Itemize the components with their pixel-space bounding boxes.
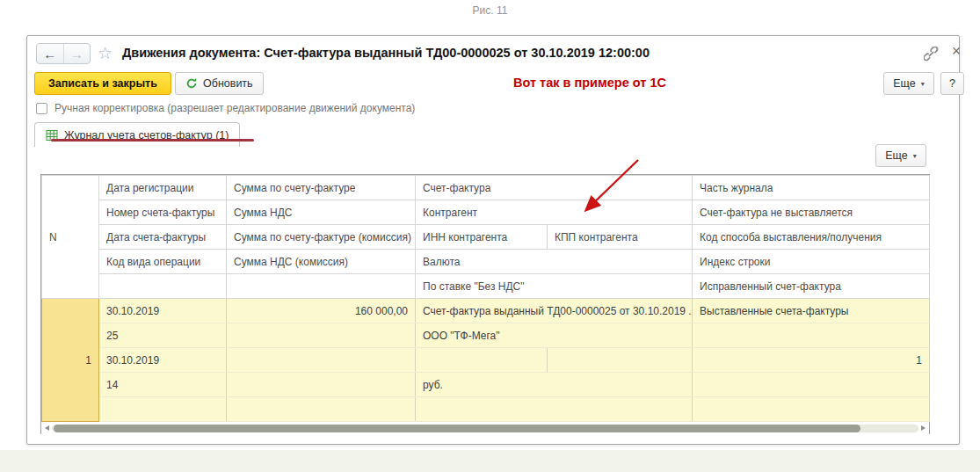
header-row-4: Код вида операции Сумма НДС (комиссия) В… — [42, 250, 930, 274]
header-reg-date: Дата регистрации — [99, 176, 227, 200]
scroll-right-icon[interactable] — [918, 422, 929, 434]
journal-table: N Дата регистрации Сумма по счету-фактур… — [41, 175, 930, 422]
header-operation-code: Код вида операции — [99, 250, 227, 274]
header-empty-1 — [99, 274, 227, 299]
window-title: Движения документа: Счет-фактура выданны… — [122, 46, 650, 60]
scrollbar-track[interactable] — [52, 425, 918, 432]
horizontal-scrollbar[interactable] — [41, 422, 929, 434]
header-kpp: КПП контрагента — [548, 225, 693, 250]
header-invoice-date: Дата счета-фактуры — [99, 225, 227, 250]
history-nav-group: ← → — [36, 43, 91, 64]
document-movements-window: ← → ☆ Движения документа: Счет-фактура в… — [26, 35, 960, 445]
cell-not-issued[interactable] — [693, 323, 930, 348]
cell-invoice-number[interactable]: 25 — [99, 323, 227, 348]
header-journal-part: Часть журнала — [693, 176, 930, 200]
header-commission-sum: Сумма по счету-фактуре (комиссия) — [227, 225, 416, 250]
refresh-icon — [185, 77, 198, 90]
header-currency: Валюта — [416, 250, 693, 274]
close-icon[interactable]: × — [947, 42, 965, 61]
data-row-2[interactable]: 25 ООО "ТФ-Мега" — [42, 323, 930, 348]
header-invoice-number: Номер счета-фактуры — [99, 200, 227, 225]
manual-adjustment-checkbox[interactable] — [36, 103, 47, 114]
back-button[interactable]: ← — [37, 44, 64, 63]
forward-button[interactable]: → — [64, 44, 91, 63]
cell-commission-sum[interactable] — [227, 348, 416, 373]
header-corrected-invoice: Исправленный счет-фактура — [693, 274, 930, 299]
cell-journal-part[interactable]: Выставленные счета-фактуры — [693, 299, 930, 323]
header-inn: ИНН контрагента — [416, 225, 548, 250]
annotation-note: Вот так в примере от 1С — [513, 76, 666, 90]
header-vat-commission: Сумма НДС (комиссия) — [227, 250, 416, 274]
cell-row-index[interactable] — [693, 373, 930, 397]
header-invoice: Счет-фактура — [416, 176, 693, 200]
header-counterparty: Контрагент — [416, 200, 693, 225]
cell-reg-date[interactable]: 30.10.2019 — [99, 299, 227, 323]
header-empty-2 — [227, 274, 416, 299]
header-not-issued: Счет-фактура не выставляется — [693, 200, 930, 225]
more-button-grid[interactable]: Еще▾ — [875, 144, 926, 167]
more-button-top[interactable]: Еще▾ — [883, 72, 934, 95]
header-issue-method-code: Код способа выставления/получения — [693, 225, 930, 250]
header-row-2: Номер счета-фактуры Сумма НДС Контрагент… — [42, 200, 930, 225]
figure-caption: Рис. 11 — [0, 4, 980, 17]
cell-currency[interactable]: руб. — [416, 373, 693, 397]
favorite-star-icon[interactable]: ☆ — [98, 43, 113, 64]
data-row-3[interactable]: 30.10.2019 1 — [42, 348, 930, 373]
scroll-left-icon[interactable] — [41, 422, 52, 434]
cell-empty-2[interactable] — [227, 397, 416, 422]
chevron-down-icon: ▾ — [921, 80, 925, 88]
cell-corrected-invoice[interactable] — [693, 397, 930, 422]
cell-vat-commission[interactable] — [227, 373, 416, 397]
cell-invoice[interactable]: Счет-фактура выданный ТД00-0000025 от 30… — [416, 299, 693, 323]
refresh-label: Обновить — [203, 77, 253, 90]
cell-row-number[interactable]: 1 — [42, 299, 99, 422]
data-row-5[interactable] — [42, 397, 930, 422]
journal-grid: N Дата регистрации Сумма по счету-фактур… — [40, 174, 930, 434]
more-label: Еще — [893, 77, 915, 90]
get-link-icon[interactable] — [924, 47, 939, 62]
tab-invoice-journal[interactable]: Журнал учета счетов-фактур (1) — [34, 122, 240, 147]
cell-kpp[interactable] — [548, 348, 693, 373]
header-invoice-sum: Сумма по счету-фактуре — [227, 176, 416, 200]
cell-invoice-sum[interactable]: 160 000,00 — [227, 299, 416, 323]
cell-operation-code[interactable]: 14 — [99, 373, 227, 397]
save-and-close-button[interactable]: Записать и закрыть — [34, 72, 171, 95]
cell-counterparty[interactable]: ООО "ТФ-Мега" — [416, 323, 693, 348]
screenshot-canvas: Рис. 11 ← → ☆ Движения документа: Счет-ф… — [0, 0, 980, 472]
header-row-5: По ставке "Без НДС" Исправленный счет-фа… — [42, 274, 930, 299]
grid-more-label: Еще — [885, 149, 907, 162]
header-no-vat-rate: По ставке "Без НДС" — [416, 274, 693, 299]
header-row-1: N Дата регистрации Сумма по счету-фактур… — [42, 176, 930, 200]
refresh-button[interactable]: Обновить — [175, 72, 264, 95]
cell-invoice-date[interactable]: 30.10.2019 — [99, 348, 227, 373]
header-vat-sum: Сумма НДС — [227, 200, 416, 225]
cell-issue-method-code[interactable]: 1 — [693, 348, 930, 373]
scrollbar-thumb[interactable] — [54, 425, 860, 432]
cell-empty-1[interactable] — [99, 397, 227, 422]
cell-no-vat-rate[interactable] — [416, 397, 693, 422]
help-button[interactable]: ? — [940, 72, 964, 95]
header-n: N — [42, 176, 99, 299]
data-row-1[interactable]: 1 30.10.2019 160 000,00 Счет-фактура выд… — [42, 299, 930, 323]
header-row-3: Дата счета-фактуры Сумма по счету-фактур… — [42, 225, 930, 250]
annotation-underline — [51, 139, 254, 142]
data-row-4[interactable]: 14 руб. — [42, 373, 930, 397]
chevron-down-icon: ▾ — [913, 152, 917, 160]
cell-vat-sum[interactable] — [227, 323, 416, 348]
page-background-strip — [0, 450, 980, 472]
manual-adjustment-label: Ручная корректировка (разрешает редактир… — [54, 102, 415, 114]
header-row-index: Индекс строки — [693, 250, 930, 274]
cell-inn[interactable] — [416, 348, 548, 373]
